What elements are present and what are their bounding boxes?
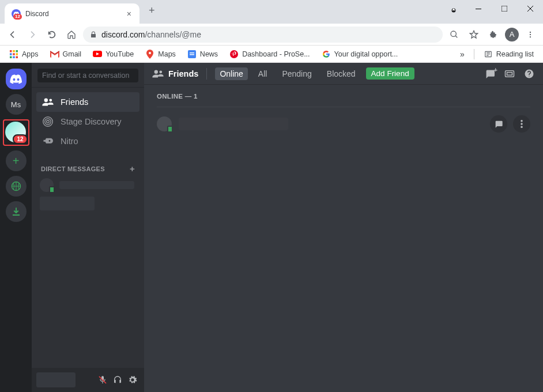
bookmark-news[interactable]: News [183,47,223,61]
nav-friends[interactable]: Friends [36,92,139,112]
zoom-icon[interactable] [446,27,462,43]
home-button[interactable] [63,27,80,43]
download-button[interactable] [6,201,27,222]
server-ms[interactable]: Ms [6,94,27,115]
lock-icon [90,31,97,38]
nitro-icon [42,135,54,147]
svg-rect-28 [507,72,512,75]
nav-label: Nitro [61,137,78,146]
tab-all[interactable]: All [254,67,272,80]
bookmark-overflow[interactable]: » [455,47,469,61]
add-server-button[interactable]: + [6,150,27,171]
bookmark-dashboard[interactable]: Dashboard - ProSe... [225,47,314,61]
window-close[interactable] [517,0,543,17]
inbox-icon[interactable] [504,68,515,80]
bookmark-maps[interactable]: Maps [141,47,180,61]
server-badge: 12 [13,134,27,144]
svg-point-6 [530,36,531,37]
dm-header: DIRECT MESSAGES + [32,156,144,176]
bookmark-google[interactable]: Your digital opport... [317,47,403,61]
bookmark-star-icon[interactable] [466,27,482,43]
reading-list[interactable]: Reading list [479,47,538,61]
close-icon[interactable]: × [125,9,134,18]
google-icon [322,50,331,59]
dm-add-icon[interactable]: + [130,164,135,174]
svg-point-17 [149,52,151,54]
svg-point-24 [47,120,50,123]
bookmark-label: Apps [22,50,39,58]
nav-label: Friends [61,97,88,107]
bookmark-label: Maps [158,50,176,58]
svg-rect-11 [13,53,15,55]
window-minimize[interactable] [465,0,491,17]
svg-point-25 [45,119,51,125]
menu-icon[interactable] [522,27,538,43]
profile-avatar[interactable]: A [505,28,519,42]
chromecast-icon[interactable] [446,2,462,18]
svg-rect-10 [10,53,12,55]
svg-point-32 [521,126,523,129]
stage-icon [42,116,54,127]
explore-servers-button[interactable] [6,176,27,197]
nav-label: Stage Discovery [61,117,122,126]
channel-sidebar: Find or start a conversation Friends Sta… [32,63,144,392]
bookmark-youtube[interactable]: YouTube [88,47,138,61]
new-group-dm-icon[interactable]: + [484,68,496,80]
settings-icon[interactable] [126,373,139,387]
new-tab-button[interactable]: + [144,2,160,19]
browser-tab[interactable]: 12 Discord × [5,3,139,24]
status-mobile-icon [167,126,173,133]
nav-nitro[interactable]: Nitro [36,131,139,151]
svg-point-30 [521,120,523,122]
discord-favicon: 12 [12,9,21,18]
url-domain: discord.com/channels/@me [101,30,201,39]
back-button[interactable] [5,27,21,43]
tab-online[interactable]: Online [215,67,247,80]
server-home[interactable] [6,69,27,89]
youtube-icon [93,50,102,59]
gmail-icon [50,50,59,59]
tab-blocked[interactable]: Blocked [322,67,360,80]
dm-header-label: DIRECT MESSAGES [41,165,105,172]
tab-title: Discord [25,10,125,18]
svg-rect-2 [501,6,507,12]
bookmark-label: YouTube [105,50,134,58]
message-button[interactable] [490,115,507,133]
window-maximize[interactable] [491,0,517,17]
svg-rect-14 [13,56,15,58]
svg-point-31 [521,123,523,125]
svg-rect-20 [190,54,194,55]
topbar-title: Friends [152,69,198,78]
top-bar: Friends Online All Pending Blocked Add F… [144,63,543,85]
user-panel [32,368,144,392]
tab-pending[interactable]: Pending [277,67,316,80]
server-list: Ms 12 + [0,63,32,392]
bookmark-label: Your digital opport... [334,50,398,58]
mute-mic-icon[interactable] [96,373,110,387]
status-mobile-icon [49,186,55,193]
bookmark-gmail[interactable]: Gmail [46,47,86,61]
svg-point-4 [530,31,531,32]
address-bar[interactable]: discord.com/channels/@me [83,27,443,43]
help-icon[interactable] [523,68,535,80]
dm-avatar [40,178,54,192]
svg-rect-8 [13,50,15,52]
svg-point-5 [530,33,531,35]
user-info-placeholder[interactable] [36,372,76,387]
reload-button[interactable] [44,27,60,43]
search-input[interactable]: Find or start a conversation [37,69,138,82]
forward-button [24,27,40,43]
friend-row[interactable] [157,112,530,136]
nav-stage-discovery[interactable]: Stage Discovery [36,112,139,131]
more-button[interactable] [513,115,530,133]
maps-icon [145,50,154,59]
server-highlighted[interactable]: 12 [3,119,29,146]
extensions-icon[interactable] [485,27,501,43]
bookmark-apps[interactable]: Apps [5,47,43,61]
dm-item[interactable] [36,176,139,194]
dm-placeholder [40,197,95,210]
dm-name-placeholder [59,181,134,189]
add-friend-button[interactable]: Add Friend [366,67,414,80]
headphones-icon[interactable] [111,373,125,387]
pinterest-icon [229,50,239,59]
